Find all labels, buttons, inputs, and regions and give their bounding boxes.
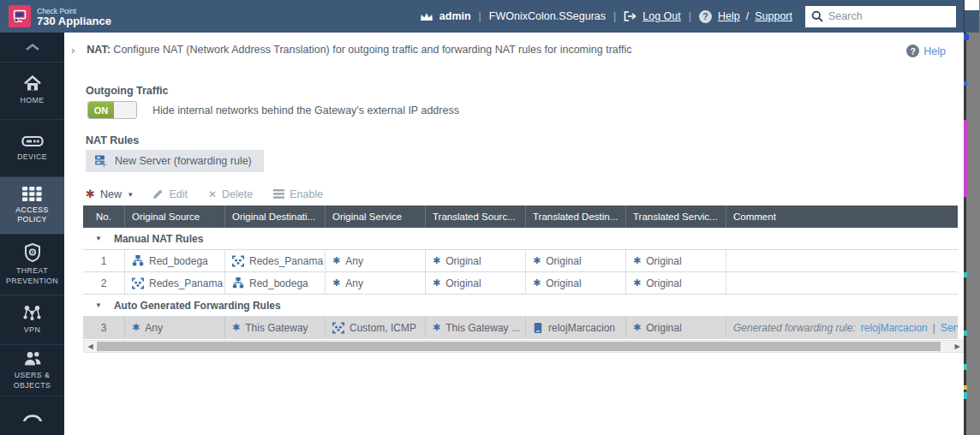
network-icon [132,254,144,267]
table-row[interactable]: 1Red_bodegaRedes_Panama✱Any✱Original✱Ori… [83,250,958,272]
sidebar-item-threat-prevention[interactable]: THREAT PREVENTION [0,235,64,295]
chevron-down-icon: ▾ [128,190,133,199]
sidebar-collapse-button[interactable] [0,33,64,63]
table-row[interactable]: 2Redes_PanamaRed_bodega✱Any✱Original✱Ori… [83,272,958,295]
horizontal-scrollbar[interactable]: ◀ ▶ [83,340,965,353]
cell-original-source: Redes_Panama [125,272,225,294]
asterisk-icon: ✱ [132,322,140,333]
x-delete-icon: ✕ [208,188,217,200]
help-link-top[interactable]: Help [718,10,740,22]
sidebar-label: DEVICE [4,152,61,162]
expand-panel-chevron[interactable]: › [71,44,75,57]
users-icon [23,350,42,366]
cell-translated-destination: ✱Original [526,250,626,271]
search-icon [811,10,823,22]
column-header-comment: Comment [726,206,958,228]
access-policy-grid-icon [22,187,42,201]
page-description: NAT: Configure NAT (Network Address Tran… [87,44,631,56]
window-edge-artifact [964,0,980,435]
enable-bars-icon [273,189,284,199]
cell-translated-destination: relojMarcacion [526,317,626,338]
sidebar-label: HOME [4,96,61,105]
sidebar-item-access-policy[interactable]: ACCESS POLICY [0,177,64,235]
group-row[interactable]: ▼Manual NAT Rules [83,228,958,250]
scroll-right-arrow[interactable]: ▶ [951,341,964,352]
checkpoint-brand: Check Point 730 Appliance [9,5,111,27]
enable-rule-button[interactable]: Enable [273,188,323,200]
shield-icon [24,243,41,262]
cell-no: 1 [83,250,125,271]
asterisk-icon: ✱ [533,277,541,289]
toggle-on-label: ON [88,102,114,118]
rules-toolbar: ✱ New ▾ Edit ✕ Delete Enable [86,188,323,200]
column-header-original-destination: Original Destinati... [225,206,326,228]
cell-text: Custom, ICMP [350,322,416,334]
sidebar-label: VPN [4,325,61,335]
sidebar-item-home[interactable]: HOME [0,63,64,120]
checkpoint-logo-icon [9,5,31,27]
pencil-icon [152,188,164,200]
sidebar-item-device[interactable]: DEVICE [0,120,64,177]
new-server-button[interactable]: New Server (forwarding rule) [86,150,264,172]
cell-translated-source: ✱Original [426,250,526,271]
cell-comment [726,272,958,294]
cell-translated-source: ✱Original [426,272,526,294]
separator: | [613,10,616,22]
cell-original-destination: Red_bodega [225,272,326,294]
scroll-left-arrow[interactable]: ◀ [84,341,97,352]
group-row-header[interactable]: ▼Auto Generated Forwarding Rules [83,295,958,316]
sidebar-item-vpn[interactable]: VPN [0,295,64,345]
device-icon [21,134,44,148]
separator: | [689,10,691,22]
group-label: Manual NAT Rules [114,233,203,245]
search-box[interactable] [805,6,956,27]
support-link[interactable]: Support [755,10,792,22]
appliance-model: 730 Appliance [37,15,111,27]
asterisk-icon: ✱ [433,277,440,289]
sidebar-item-logs-partial[interactable] [0,396,64,435]
server-icon [94,154,108,168]
cell-translated-service: ✱Original [626,250,726,271]
table-header-row: No.Original SourceOriginal Destinati...O… [83,206,958,228]
edit-rule-button[interactable]: Edit [152,188,188,200]
comment-link[interactable]: Serv [941,322,958,334]
new-rule-button[interactable]: ✱ New ▾ [86,188,132,200]
cell-text: This Gateway [245,322,308,334]
scrollbar-thumb[interactable] [97,342,941,351]
nat-rules-table: No.Original SourceOriginal Destinati...O… [83,206,958,339]
group-row[interactable]: ▼Auto Generated Forwarding Rules [83,295,958,317]
hide-internal-networks-toggle[interactable]: ON [87,101,137,119]
cell-text: Any [145,322,163,334]
asterisk-icon: ✱ [332,277,340,289]
sidebar-label: ACCESS POLICY [4,206,61,225]
collapse-caret-icon[interactable]: ▼ [95,301,102,309]
delete-rule-button[interactable]: ✕ Delete [208,188,253,200]
search-input[interactable] [828,10,950,22]
sidebar-label: USERS & OBJECTS [4,371,61,390]
cell-no: 2 [83,272,125,294]
cell-translated-service: ✱Original [626,317,726,338]
comment-separator: | [933,322,935,334]
comment-link[interactable]: relojMarcacion [861,322,928,334]
page-help-link[interactable]: ? Help [906,45,946,57]
sidebar-item-users-objects[interactable]: USERS & OBJECTS [0,345,64,396]
cell-original-service: ✱Any [326,272,426,294]
asterisk-icon: ✱ [633,277,641,289]
main-content: › NAT: Configure NAT (Network Address Tr… [64,33,965,435]
asterisk-icon: ✱ [633,322,641,333]
logout-icon [624,11,636,21]
cell-original-source: Red_bodega [125,250,225,271]
group-icon [132,277,144,289]
table-row[interactable]: 3✱Any✱This GatewayCustom, ICMP✱This Gate… [83,317,958,339]
vpn-nodes-icon [21,304,43,321]
asterisk-icon: ✱ [332,255,340,266]
group-icon [332,322,344,334]
gauge-arc-icon [21,408,45,421]
asterisk-icon: ✱ [433,322,440,333]
toggle-description: Hide internal networks behind the Gatewa… [152,104,459,116]
logout-link[interactable]: Log Out [642,10,680,22]
nat-rules-heading: NAT Rules [86,134,139,146]
collapse-caret-icon[interactable]: ▼ [95,235,102,242]
group-row-header[interactable]: ▼Manual NAT Rules [83,228,958,249]
column-header-original-service: Original Service [326,206,426,228]
